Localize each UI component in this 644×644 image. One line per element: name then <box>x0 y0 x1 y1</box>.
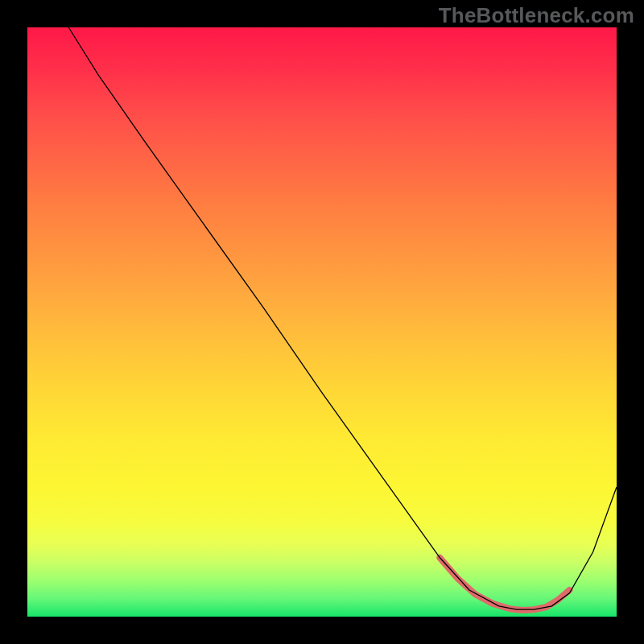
chart-frame: TheBottleneck.com <box>0 0 644 644</box>
plot-area <box>27 27 617 617</box>
highlight-path <box>440 558 569 610</box>
curve-path <box>68 27 617 609</box>
chart-svg <box>27 27 617 617</box>
watermark-text: TheBottleneck.com <box>439 3 634 28</box>
